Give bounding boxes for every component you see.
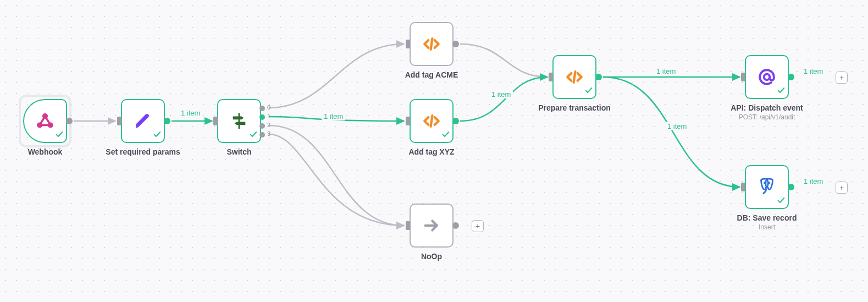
output-port-1[interactable] [259,114,266,120]
svg-point-10 [259,123,265,129]
arrow-right-icon [422,216,441,235]
node-label-switch: Switch [184,147,294,156]
svg-rect-25 [741,73,745,81]
svg-point-11 [259,132,265,138]
edge-label-setparams-switch: 1 item [179,109,202,117]
check-icon [777,86,786,97]
svg-point-20 [452,222,459,229]
edge-label-prepare-db: 1 item [665,122,689,130]
node-noop[interactable] [410,204,454,248]
output-port[interactable] [787,73,795,81]
node-tag-acme[interactable] [410,22,454,66]
svg-line-21 [574,72,576,83]
svg-rect-22 [549,73,553,81]
node-webhook[interactable] [23,99,67,143]
pencil-icon [134,112,152,130]
check-icon [584,86,593,97]
svg-point-3 [66,118,73,124]
check-icon [777,196,786,207]
svg-line-15 [431,116,433,127]
port-label-3: 3 [267,130,270,137]
port-label-2: 2 [267,122,270,128]
code-icon [565,68,584,86]
check-icon [55,130,64,141]
node-sublabel-api: POST: /api/v1/audit [712,113,822,121]
input-port[interactable] [405,220,411,231]
svg-rect-13 [406,40,410,48]
add-node-button[interactable]: + [836,182,848,194]
node-api[interactable] [745,55,789,99]
add-node-button[interactable]: + [836,72,848,84]
edge-label-db-out: 1 item [801,177,825,185]
input-port[interactable] [548,72,554,83]
input-port[interactable] [740,182,747,193]
check-icon [249,130,258,141]
svg-rect-16 [406,117,410,125]
input-port[interactable] [212,116,219,127]
code-icon [422,112,441,130]
output-port-0[interactable] [259,105,266,112]
svg-point-26 [788,74,794,80]
edge-label-prepare-api: 1 item [654,67,678,75]
port-label-0: 0 [267,104,270,111]
svg-point-14 [452,41,459,47]
webhook-icon [35,111,55,131]
output-port[interactable] [451,221,460,230]
svg-rect-7 [213,117,218,125]
node-sublabel-db: Insert [712,223,822,231]
input-port[interactable] [740,72,747,83]
svg-rect-19 [406,221,410,230]
node-label-setparams: Set required params [88,147,198,156]
node-prepare[interactable] [552,55,596,99]
edge-prepare-db[interactable] [603,77,740,187]
edge-xyz-prepare[interactable] [460,77,548,121]
node-db[interactable] [745,165,789,209]
node-switch[interactable] [217,99,261,143]
input-port[interactable] [405,39,411,50]
svg-point-23 [595,74,602,80]
edge-label-switch-xyz: 1 item [322,112,345,120]
svg-point-30 [788,184,794,190]
signpost-icon [230,112,248,130]
output-port-2[interactable] [259,123,266,129]
node-label-acme: Add tag ACME [377,70,486,79]
svg-rect-4 [117,117,121,125]
input-port[interactable] [116,116,123,127]
node-label-api: API: Dispatch event [712,103,822,112]
node-label-xyz: Add tag XYZ [377,147,486,156]
output-port-3[interactable] [259,131,266,138]
output-port[interactable] [787,183,795,191]
node-label-webhook: Webhook [0,147,100,156]
code-icon [422,35,441,53]
output-port[interactable] [451,117,460,125]
svg-point-8 [259,106,265,111]
output-port[interactable] [451,40,460,48]
svg-rect-6 [239,113,240,129]
check-icon [441,130,450,141]
node-setparams[interactable] [121,99,165,143]
output-port[interactable] [594,73,603,81]
svg-point-27 [764,183,765,184]
edge-label-xyz-prepare: 1 item [489,90,513,98]
svg-rect-29 [741,183,745,191]
node-tag-xyz[interactable] [410,99,454,143]
at-sign-icon [757,67,777,87]
svg-point-5 [164,118,170,124]
node-label-prepare: Prepare transaction [519,103,629,112]
svg-point-9 [259,114,265,120]
output-port[interactable] [65,117,74,125]
edge-label-api-out: 1 item [801,67,825,75]
edge-switch-noop-a[interactable] [269,125,404,226]
port-label-1: 1 [267,113,270,119]
svg-point-28 [769,183,770,184]
add-node-button[interactable]: + [472,220,484,232]
svg-line-12 [431,39,433,50]
output-port[interactable] [163,117,172,125]
svg-point-17 [452,118,459,124]
check-icon [153,130,162,141]
postgres-icon [757,177,777,197]
node-label-db: DB: Save record [712,213,822,222]
node-label-noop: NoOp [377,252,486,261]
input-port[interactable] [405,116,411,127]
